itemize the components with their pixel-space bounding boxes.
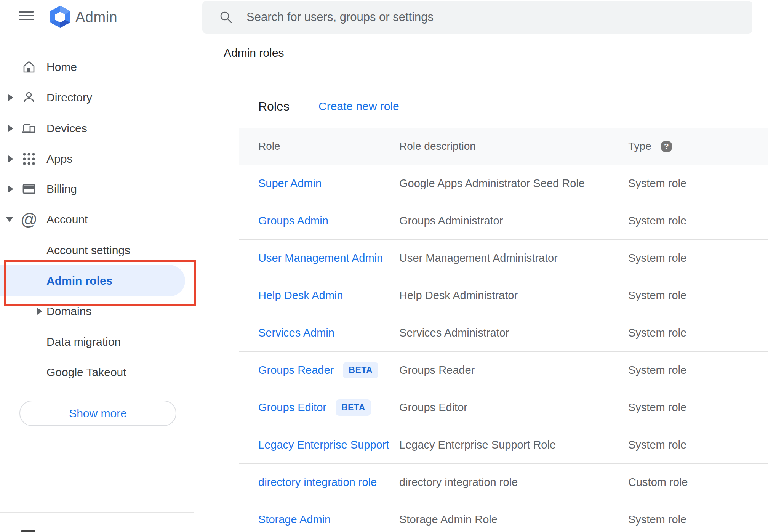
role-type: System role — [628, 389, 686, 426]
sidebar: Admin Home Directory — [0, 0, 196, 532]
role-link[interactable]: Groups Admin — [258, 215, 328, 227]
admin-hexagon-logo — [49, 6, 72, 28]
sidebar-item-home[interactable]: Home — [0, 52, 196, 82]
apps-grid-icon — [22, 152, 36, 166]
table-row[interactable]: Help Desk Admin Help Desk Administrator … — [239, 277, 768, 314]
search-icon — [219, 10, 233, 26]
chevron-right-icon[interactable] — [37, 308, 42, 315]
sidebar-item-account-settings[interactable]: Account settings — [0, 235, 196, 266]
role-description: Legacy Enterprise Support Role — [399, 426, 556, 463]
sidebar-item-label: Domains — [46, 305, 91, 318]
table-row[interactable]: Groups EditorBETA Groups Editor System r… — [239, 389, 768, 426]
chevron-right-icon[interactable] — [8, 155, 13, 162]
table-row[interactable]: directory integration role directory int… — [239, 464, 768, 501]
sidebar-item-data-migration[interactable]: Data migration — [0, 327, 196, 357]
sidebar-item-label: Directory — [46, 91, 92, 104]
home-icon — [22, 60, 36, 74]
role-type: System role — [628, 165, 686, 202]
table-row[interactable]: User Management Admin User Management Ad… — [239, 240, 768, 277]
devices-icon — [22, 122, 36, 135]
role-description: Groups Editor — [399, 389, 467, 426]
sidebar-item-label: Account — [46, 213, 88, 226]
table-row[interactable]: Legacy Enterprise Support Legacy Enterpr… — [239, 426, 768, 464]
sidebar-item-directory[interactable]: Directory — [0, 82, 196, 113]
role-description: Help Desk Administrator — [399, 277, 518, 314]
header-divider — [202, 66, 768, 66]
chevron-down-icon[interactable] — [6, 217, 13, 222]
table-row[interactable]: Storage Admin Storage Admin Role System … — [239, 501, 768, 532]
sidebar-item-admin-roles[interactable]: Admin roles — [46, 265, 112, 296]
role-type: System role — [628, 501, 686, 532]
chevron-right-icon[interactable] — [8, 94, 13, 101]
role-link[interactable]: Groups Editor — [258, 401, 326, 414]
sidebar-item-account[interactable]: @ Account — [0, 204, 196, 235]
role-type: System role — [628, 426, 686, 463]
app-title: Admin — [75, 9, 117, 26]
role-type: System role — [628, 352, 686, 389]
role-link[interactable]: Legacy Enterprise Support — [258, 439, 389, 451]
table-header-row: Role Role description Type ? — [239, 128, 768, 165]
role-description: Storage Admin Role — [399, 501, 498, 532]
search-placeholder: Search for users, groups or settings — [246, 1, 434, 34]
table-row[interactable]: Groups ReaderBETA Groups Reader System r… — [239, 352, 768, 389]
role-link[interactable]: User Management Admin — [258, 252, 383, 264]
table-row[interactable]: Services Admin Services Administrator Sy… — [239, 314, 768, 352]
sidebar-item-google-takeout[interactable]: Google Takeout — [0, 357, 196, 388]
role-link[interactable]: Groups Reader — [258, 364, 334, 377]
chevron-right-icon[interactable] — [8, 125, 13, 132]
card-title: Roles — [258, 85, 290, 128]
sidebar-item-billing[interactable]: Billing — [0, 174, 196, 204]
create-new-role-link[interactable]: Create new role — [318, 85, 399, 128]
menu-icon[interactable] — [19, 11, 34, 21]
show-more-button[interactable]: Show more — [19, 401, 176, 426]
sidebar-item-label: Account settings — [46, 244, 130, 257]
sidebar-item-label: Apps — [46, 152, 72, 165]
table-row[interactable]: Super Admin Google Apps Administrator Se… — [239, 165, 768, 202]
help-icon[interactable]: ? — [661, 141, 672, 152]
role-link[interactable]: Super Admin — [258, 177, 322, 190]
role-description: Groups Administrator — [399, 202, 503, 239]
role-link[interactable]: Storage Admin — [258, 513, 331, 526]
role-type: Custom role — [628, 464, 688, 501]
role-description: User Management Administrator — [399, 240, 558, 277]
role-link[interactable]: directory integration role — [258, 476, 377, 489]
sidebar-item-devices[interactable]: Devices — [0, 113, 196, 144]
role-description: directory integration role — [399, 464, 518, 501]
column-header-type: Type ? — [628, 128, 672, 165]
beta-badge: BETA — [336, 399, 371, 416]
credit-card-icon — [22, 182, 36, 196]
role-link[interactable]: Help Desk Admin — [258, 289, 343, 302]
roles-table: Super Admin Google Apps Administrator Se… — [239, 165, 768, 532]
beta-badge: BETA — [343, 362, 378, 378]
breadcrumb: Admin roles — [224, 46, 284, 59]
sidebar-item-label: Billing — [46, 183, 77, 195]
sidebar-item-label: Home — [46, 61, 77, 74]
search-bar[interactable]: Search for users, groups or settings — [202, 1, 752, 34]
sidebar-item-label: Devices — [46, 122, 87, 135]
person-icon — [22, 91, 36, 104]
at-sign-icon: @ — [22, 213, 36, 226]
column-header-description: Role description — [399, 128, 476, 165]
chevron-right-icon[interactable] — [8, 186, 13, 192]
sidebar-item-label: Google Takeout — [46, 366, 126, 379]
sidebar-item-domains[interactable]: Domains — [0, 296, 196, 327]
role-link[interactable]: Services Admin — [258, 327, 334, 339]
sidebar-item-label: Data migration — [46, 335, 121, 348]
table-row[interactable]: Groups Admin Groups Administrator System… — [239, 202, 768, 240]
sidebar-bottom-divider — [0, 512, 194, 513]
feedback-icon[interactable] — [21, 530, 35, 532]
roles-card: Roles Create new role Role Role descript… — [239, 85, 768, 532]
role-type: System role — [628, 202, 686, 239]
role-type: System role — [628, 314, 686, 351]
role-description: Google Apps Administrator Seed Role — [399, 165, 585, 202]
role-description: Services Administrator — [399, 314, 509, 351]
role-type: System role — [628, 277, 686, 314]
column-header-role: Role — [258, 128, 280, 165]
sidebar-item-apps[interactable]: Apps — [0, 144, 196, 174]
role-description: Groups Reader — [399, 352, 475, 389]
role-type: System role — [628, 240, 686, 277]
